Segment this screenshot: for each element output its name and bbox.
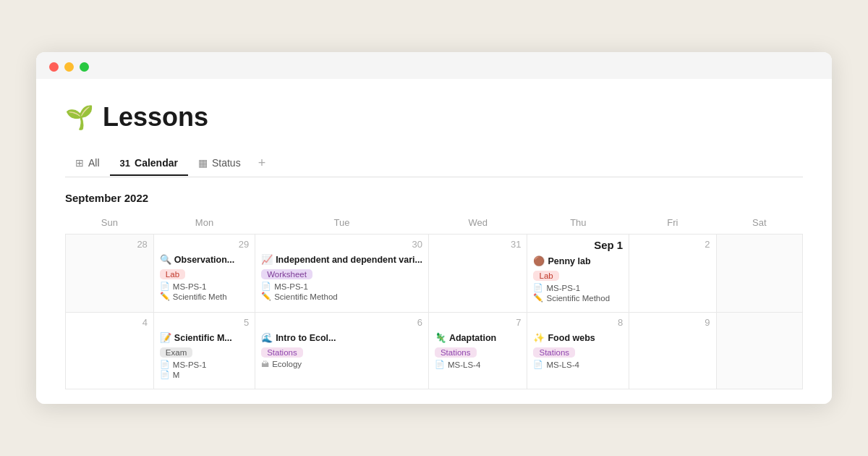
day-header-mon: Mon	[153, 213, 255, 235]
cal-cell-aug30[interactable]: 30 📈 Independent and dependent vari... W…	[255, 235, 429, 313]
event-meta-standard-6: 📄 MS-LS-4	[533, 360, 623, 369]
doc-icon-2: 📄	[261, 282, 271, 291]
badge-stations-1: Stations	[261, 347, 303, 358]
maximize-button[interactable]	[80, 62, 89, 72]
mountain-icon: 🏔	[261, 360, 269, 368]
app-window: 🌱 Lessons ⊞ All 31 Calendar ▦ Status + S…	[36, 52, 832, 405]
event-penny-title: 🟤 Penny lab	[533, 256, 623, 266]
day-num-2: 2	[635, 239, 710, 250]
calendar-table: Sun Mon Tue Wed Thu Fri Sat 28	[65, 213, 803, 389]
tab-calendar[interactable]: 31 Calendar	[110, 151, 188, 176]
scientificm-emoji: 📝	[160, 332, 171, 343]
day-num-29: 29	[160, 239, 249, 250]
badge-stations-3: Stations	[533, 347, 575, 358]
event-food-webs-title: ✨ Food webs	[533, 332, 623, 343]
cal-cell-sat2	[716, 313, 802, 389]
tabs-bar: ⊞ All 31 Calendar ▦ Status +	[65, 150, 803, 178]
indep-emoji: 📈	[261, 254, 273, 265]
event-scientific-m[interactable]: 📝 Scientific M... Exam 📄 MS-PS-1 📄 M	[160, 332, 249, 379]
doc-icon-6: 📄	[435, 360, 445, 369]
observation-emoji: 🔍	[160, 254, 171, 265]
page-icon: 🌱	[65, 104, 94, 131]
cal-cell-sep8[interactable]: 8 ✨ Food webs Stations 📄 MS-LS-4	[527, 313, 629, 389]
tab-all-label: All	[88, 157, 100, 169]
page-title: Lessons	[103, 102, 208, 132]
cal-cell-sep9[interactable]: 9	[629, 313, 716, 389]
cal-cell-aug29[interactable]: 29 🔍 Observation... Lab 📄 MS-PS-1	[153, 235, 255, 313]
doc-icon-5: 📄	[160, 370, 170, 379]
penny-emoji: 🟤	[533, 256, 545, 266]
day-num-4: 4	[72, 317, 148, 328]
calendar-week-2: 4 5 📝 Scientific M... Exam 📄	[66, 313, 803, 389]
cal-cell-sat1	[716, 235, 802, 313]
event-meta-standard-2: 📄 MS-PS-1	[261, 282, 422, 291]
event-meta-tag-2: ✏️ Scientific Method	[261, 292, 422, 301]
day-num-6: 6	[261, 317, 422, 328]
event-observation[interactable]: 🔍 Observation... Lab 📄 MS-PS-1 ✏️ Scient…	[160, 254, 249, 301]
event-observation-title: 🔍 Observation...	[160, 254, 249, 265]
adaptation-emoji: 🦎	[435, 332, 446, 343]
day-num-31: 31	[435, 239, 522, 250]
doc-icon-7: 📄	[533, 360, 543, 369]
day-num-28: 28	[72, 239, 148, 250]
calendar-icon: 31	[120, 158, 130, 169]
tab-calendar-label: Calendar	[135, 157, 178, 169]
event-indep-dep[interactable]: 📈 Independent and dependent vari... Work…	[261, 254, 422, 301]
day-header-fri: Fri	[629, 213, 716, 235]
event-intro-ecol-title: 🌊 Intro to Ecol...	[261, 332, 422, 343]
day-header-sun: Sun	[66, 213, 154, 235]
cal-cell-aug28[interactable]: 28	[66, 235, 154, 313]
tab-status-label: Status	[212, 157, 241, 169]
page-header: 🌱 Lessons	[65, 102, 803, 132]
cal-cell-sep1[interactable]: Sep 1 🟤 Penny lab Lab 📄 MS-PS-1	[527, 235, 629, 313]
pencil-icon-2: ✏️	[261, 292, 271, 301]
cal-cell-sep7[interactable]: 7 🦎 Adaptation Stations 📄 MS-LS-4	[428, 313, 527, 389]
event-meta-standard-3: 📄 MS-PS-1	[533, 283, 623, 292]
event-penny-lab[interactable]: 🟤 Penny lab Lab 📄 MS-PS-1 ✏️ Scientific …	[533, 256, 623, 303]
day-header-tue: Tue	[255, 213, 429, 235]
cal-cell-sep4[interactable]: 4	[66, 313, 154, 389]
event-food-webs[interactable]: ✨ Food webs Stations 📄 MS-LS-4	[533, 332, 623, 369]
event-adaptation[interactable]: 🦎 Adaptation Stations 📄 MS-LS-4	[435, 332, 522, 369]
event-meta-tag-1: ✏️ Scientific Meth	[160, 292, 249, 301]
day-num-5: 5	[160, 317, 249, 328]
add-view-button[interactable]: +	[251, 150, 273, 178]
event-scientificm-title: 📝 Scientific M...	[160, 332, 249, 343]
day-header-thu: Thu	[527, 213, 629, 235]
day-num-sep1: Sep 1	[533, 239, 623, 251]
doc-icon-1: 📄	[160, 282, 170, 291]
food-webs-emoji: ✨	[533, 332, 545, 343]
cal-cell-sep5[interactable]: 5 📝 Scientific M... Exam 📄 MS-PS-1	[153, 313, 255, 389]
event-meta-tag-4: 📄 M	[160, 370, 249, 379]
doc-icon-3: 📄	[533, 283, 543, 292]
badge-stations-2: Stations	[435, 347, 477, 358]
event-meta-tag-3: ✏️ Scientific Method	[533, 293, 623, 303]
tab-all[interactable]: ⊞ All	[65, 151, 110, 176]
event-meta-tag-5: 🏔 Ecology	[261, 360, 422, 368]
day-num-30: 30	[261, 239, 422, 250]
event-intro-ecol[interactable]: 🌊 Intro to Ecol... Stations 🏔 Ecology	[261, 332, 422, 368]
badge-lab-1: Lab	[160, 269, 185, 279]
kanban-icon: ▦	[198, 157, 208, 169]
day-num-7: 7	[435, 317, 522, 328]
day-header-sat: Sat	[716, 213, 802, 235]
pencil-icon-3: ✏️	[533, 293, 543, 303]
tab-status[interactable]: ▦ Status	[188, 151, 251, 176]
event-meta-standard-1: 📄 MS-PS-1	[160, 282, 249, 291]
doc-icon-4: 📄	[160, 360, 170, 369]
event-indep-title: 📈 Independent and dependent vari...	[261, 254, 422, 265]
main-content: 🌱 Lessons ⊞ All 31 Calendar ▦ Status + S…	[36, 79, 832, 405]
titlebar	[36, 52, 832, 79]
day-num-9: 9	[635, 317, 710, 328]
cal-cell-aug31[interactable]: 31	[428, 235, 527, 313]
minimize-button[interactable]	[64, 62, 74, 72]
badge-lab-2: Lab	[533, 271, 558, 281]
day-num-8: 8	[533, 317, 623, 328]
event-adaptation-title: 🦎 Adaptation	[435, 332, 522, 343]
event-meta-standard-5: 📄 MS-LS-4	[435, 360, 522, 369]
table-icon: ⊞	[75, 157, 84, 169]
close-button[interactable]	[49, 62, 59, 72]
badge-exam-1: Exam	[160, 347, 192, 358]
cal-cell-sep6[interactable]: 6 🌊 Intro to Ecol... Stations 🏔 Ecology	[255, 313, 429, 389]
cal-cell-sep2[interactable]: 2	[629, 235, 716, 313]
